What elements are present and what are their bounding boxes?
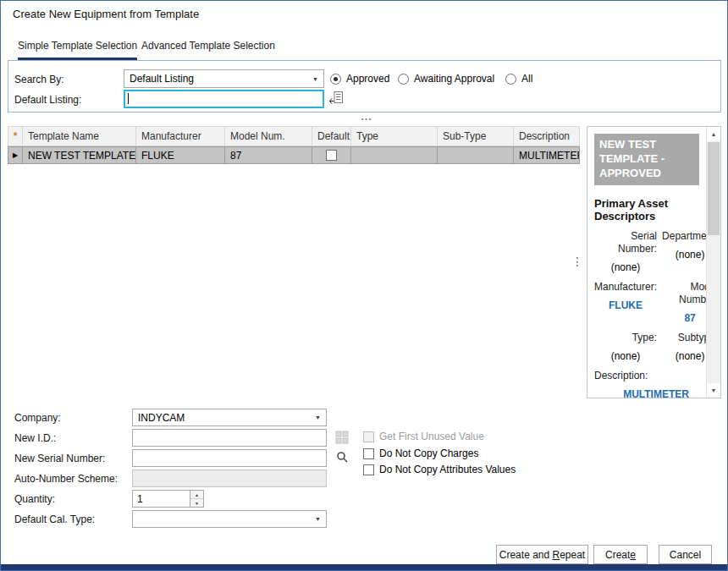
col-header-sub-type[interactable]: Sub-Type [438, 126, 514, 146]
quantity-up-button[interactable]: ▲ [190, 491, 203, 498]
splitter-handle-horizontal[interactable]: ... [355, 111, 378, 123]
new-row-indicator: * [8, 126, 23, 146]
radio-approved[interactable]: Approved [330, 73, 389, 85]
no-copy-attributes-label: Do Not Copy Attributes Values [379, 464, 516, 475]
quantity-spin-buttons: ▲ ▼ [190, 491, 203, 507]
preview-field-subtype: Subtype: (none) [662, 332, 706, 362]
dialog-bottom-accent [1, 564, 727, 570]
cell-template-name[interactable]: NEW TEST TEMPLATE [23, 146, 136, 164]
row-selector-icon[interactable]: ▶ [8, 146, 23, 164]
option-get-first-unused: Get First Unused Value [363, 431, 484, 442]
default-cal-type-select[interactable]: ▼ [132, 510, 327, 528]
grid-icon [335, 431, 349, 444]
default-listing-label: Default Listing: [14, 94, 81, 106]
chevron-down-icon: ▼ [315, 415, 321, 420]
col-header-type[interactable]: Type [351, 126, 438, 146]
chevron-down-icon: ▼ [315, 516, 321, 522]
auto-number-scheme-label: Auto-Number Scheme: [14, 473, 118, 485]
cancel-button[interactable]: Cancel [659, 545, 712, 564]
spinner-up-icon: ▲ [195, 492, 199, 497]
preview-field-model-number: Model Number: 87 [662, 281, 706, 324]
scroll-up-button[interactable]: ▲ [707, 127, 720, 141]
new-serial-number-input[interactable] [132, 449, 327, 467]
preview-field-manufacturer: Manufacturer: FLUKE [594, 281, 657, 324]
new-id-input[interactable] [132, 429, 327, 447]
scroll-down-icon: ▼ [711, 387, 717, 393]
scrollbar-thumb[interactable] [708, 142, 720, 235]
col-header-manufacturer[interactable]: Manufacturer [136, 126, 225, 146]
default-listing-input[interactable] [124, 90, 324, 108]
no-copy-attributes-checkbox[interactable] [363, 464, 374, 475]
search-by-value: Default Listing [130, 73, 194, 85]
search-by-select[interactable]: Default Listing ▼ [124, 69, 324, 88]
listing-picker-icon [328, 91, 344, 106]
get-first-unused-checkbox [363, 431, 374, 442]
spinner-down-icon: ▼ [195, 501, 199, 506]
preview-content: NEW TEST TEMPLATE - APPROVED Primary Ass… [587, 127, 706, 398]
table-row[interactable]: ▶ NEW TEST TEMPLATE FLUKE 87 MULTIMETER [8, 146, 580, 164]
preview-field-serial-number: Serial Number: (none) [594, 230, 657, 273]
preview-field-department: Department: (none) [662, 230, 706, 273]
preview-section-title: Primary Asset Descriptors [594, 197, 699, 223]
auto-number-scheme-input [132, 469, 327, 487]
cell-model-num[interactable]: 87 [225, 146, 312, 164]
default-checkbox[interactable] [326, 150, 337, 161]
option-no-copy-charges[interactable]: Do Not Copy Charges [363, 447, 478, 459]
dialog-title: Create New Equipment from Template [13, 8, 199, 20]
radio-approved-circle[interactable] [330, 74, 341, 85]
tab-simple-template-selection[interactable]: Simple Template Selection [18, 40, 137, 57]
option-no-copy-attributes[interactable]: Do Not Copy Attributes Values [363, 464, 516, 475]
new-id-label: New I.D.: [14, 432, 56, 444]
preview-scrollbar[interactable]: ▲ ▼ [706, 127, 720, 398]
radio-approved-label: Approved [346, 73, 389, 85]
get-first-unused-label: Get First Unused Value [379, 431, 484, 442]
text-caret [128, 93, 129, 104]
quantity-stepper[interactable]: ▲ ▼ [132, 490, 204, 508]
serial-search-button[interactable] [334, 449, 350, 466]
company-value: INDYCAM [138, 412, 185, 424]
search-by-label: Search By: [14, 74, 64, 85]
col-header-default[interactable]: Default [312, 126, 351, 146]
preview-title: NEW TEST TEMPLATE - APPROVED [594, 134, 699, 185]
tab-simple-label: Simple Template Selection [18, 40, 137, 52]
radio-awaiting-approval[interactable]: Awaiting Approval [398, 73, 494, 85]
radio-all-label: All [521, 73, 532, 85]
chevron-down-icon: ▼ [312, 76, 318, 82]
no-copy-charges-label: Do Not Copy Charges [379, 447, 478, 459]
scroll-down-button[interactable]: ▼ [707, 383, 720, 398]
quantity-down-button[interactable]: ▼ [190, 498, 203, 507]
no-copy-charges-checkbox[interactable] [363, 448, 374, 459]
grid-header: * Template Name Manufacturer Model Num. … [8, 126, 580, 146]
tab-advanced-label: Advanced Template Selection [141, 40, 275, 52]
search-panel [8, 60, 721, 113]
radio-awaiting-circle[interactable] [398, 74, 409, 85]
company-select[interactable]: INDYCAM ▼ [132, 409, 327, 426]
cell-manufacturer[interactable]: FLUKE [136, 146, 225, 164]
cell-description[interactable]: MULTIMETER [514, 146, 580, 164]
radio-all-circle[interactable] [505, 74, 516, 85]
quantity-input[interactable] [133, 491, 190, 507]
cell-type[interactable] [351, 146, 438, 164]
col-header-template-name[interactable]: Template Name [23, 126, 136, 146]
quantity-label: Quantity: [14, 493, 55, 505]
col-header-model-num[interactable]: Model Num. [225, 126, 312, 146]
tab-advanced-template-selection[interactable]: Advanced Template Selection [141, 40, 275, 57]
new-id-grid-button[interactable] [334, 430, 350, 447]
create-equipment-dialog: Create New Equipment from Template Simpl… [0, 0, 728, 571]
search-icon [335, 450, 349, 464]
default-listing-picker-button[interactable] [328, 91, 345, 107]
cell-default [312, 146, 351, 164]
new-serial-number-label: New Serial Number: [14, 453, 105, 464]
preview-fields: Serial Number: (none) Department: (none)… [594, 230, 699, 398]
cell-sub-type[interactable] [438, 146, 514, 164]
create-and-repeat-button[interactable]: Create and Repeat [496, 545, 588, 564]
company-label: Company: [14, 412, 61, 424]
col-header-description[interactable]: Description [514, 126, 580, 146]
template-preview-pane: NEW TEST TEMPLATE - APPROVED Primary Ass… [587, 126, 721, 398]
preview-field-type: Type: (none) [594, 332, 657, 362]
splitter-handle-vertical[interactable]: ⋮ [571, 255, 583, 268]
create-button[interactable]: Create [593, 545, 648, 564]
preview-field-description: Description: MULTIMETER [594, 370, 706, 398]
default-cal-type-label: Default Cal. Type: [14, 513, 95, 525]
radio-all[interactable]: All [505, 73, 532, 85]
